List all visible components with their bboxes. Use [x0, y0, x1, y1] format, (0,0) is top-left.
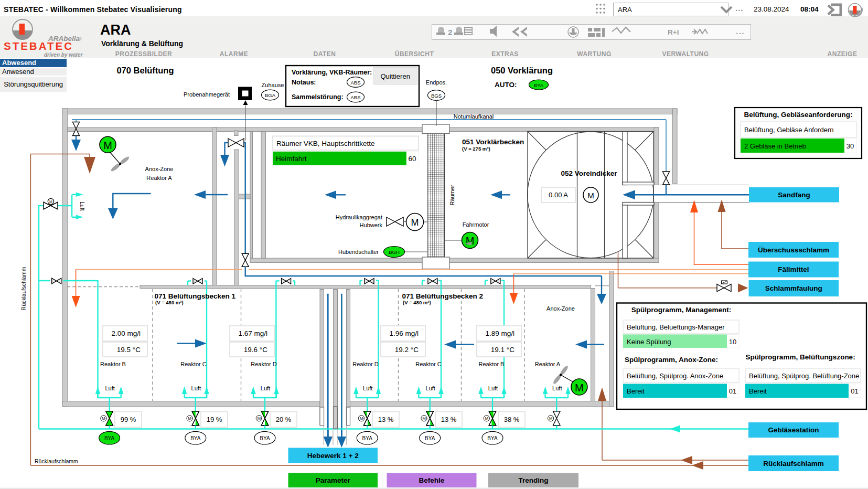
svg-text:Endpos.: Endpos. [426, 79, 447, 86]
svg-text:M: M [411, 217, 419, 228]
svg-text:1.89 mg/l: 1.89 mg/l [485, 329, 515, 337]
svg-text:Sandfang: Sandfang [778, 191, 810, 199]
svg-text:19.1 °C: 19.1 °C [491, 346, 515, 354]
svg-text:Rücklaufschlamm: Rücklaufschlamm [35, 458, 78, 464]
svg-text:Rücklaufschlamm: Rücklaufschlamm [763, 460, 824, 467]
svg-text:10: 10 [729, 338, 736, 346]
svg-text:Bereit: Bereit [627, 387, 645, 395]
svg-text:(V = 480 m²): (V = 480 m²) [403, 300, 431, 305]
svg-text:®: ® [79, 37, 82, 41]
svg-text:BYA: BYA [487, 435, 498, 441]
svg-text:Notumlaufkanal: Notumlaufkanal [454, 113, 494, 120]
svg-text:Luft: Luft [191, 385, 201, 391]
svg-text:Spülprogramm, Anox-Zone:: Spülprogramm, Anox-Zone: [625, 356, 718, 364]
svg-text:1.96 mg/l: 1.96 mg/l [389, 329, 419, 337]
svg-text:071 Belüftungsbecken 1: 071 Belüftungsbecken 1 [155, 292, 236, 300]
svg-text:Trending: Trending [519, 476, 549, 484]
svg-text:Heimfahrt: Heimfahrt [276, 155, 307, 163]
svg-text:M: M [188, 416, 191, 421]
svg-text:BYA: BYA [362, 435, 373, 441]
svg-text:Probenahmegerät: Probenahmegerät [184, 91, 230, 98]
svg-text:Luft: Luft [261, 385, 270, 391]
svg-text:Reaktor A: Reaktor A [146, 175, 172, 181]
svg-text:20 %: 20 % [276, 416, 292, 423]
svg-text:Reaktor B: Reaktor B [100, 361, 126, 367]
svg-text:BYA: BYA [104, 435, 115, 441]
svg-text:ABS: ABS [350, 80, 360, 86]
svg-text:Quittieren: Quittieren [381, 72, 410, 80]
svg-text:Überschussschlamm: Überschussschlamm [758, 246, 829, 254]
svg-text:BYA: BYA [190, 435, 201, 441]
svg-text:M: M [587, 191, 594, 200]
svg-text:Reaktor D: Reaktor D [352, 361, 379, 367]
svg-text:...: ... [736, 27, 745, 36]
svg-text:Luft: Luft [363, 385, 372, 391]
svg-text:Parameter: Parameter [316, 476, 351, 484]
svg-text:Keine Spülung: Keine Spülung [627, 338, 671, 346]
svg-text:2: 2 [448, 28, 452, 37]
svg-text:BYA: BYA [425, 435, 435, 441]
svg-text:M: M [103, 140, 112, 151]
svg-text:Hebewerk 1 + 2: Hebewerk 1 + 2 [307, 452, 359, 460]
svg-text:Reaktor B: Reaktor B [479, 361, 505, 367]
svg-text:R+I: R+I [668, 28, 679, 36]
svg-text:M: M [49, 200, 52, 204]
svg-text:Belüftung, Spülprog. Anox-Zone: Belüftung, Spülprog. Anox-Zone [627, 372, 723, 380]
svg-text:Räumer: Räumer [449, 185, 455, 205]
svg-text:2.00 mg/l: 2.00 mg/l [111, 329, 141, 337]
svg-text:38 %: 38 % [504, 416, 520, 423]
svg-text:Fällmittel: Fällmittel [778, 265, 809, 273]
svg-text:BGA: BGA [265, 92, 276, 98]
svg-text:(V = 275 m³): (V = 275 m³) [462, 146, 490, 152]
svg-text:(V = 480 m²): (V = 480 m²) [155, 300, 184, 305]
svg-text:Spülprogramm, Belüftungszone:: Spülprogramm, Belüftungszone: [745, 353, 855, 361]
svg-text:Hubendschalter: Hubendschalter [338, 249, 379, 255]
svg-text:AUTO:: AUTO: [495, 81, 517, 89]
svg-text:Reaktor D: Reaktor D [251, 361, 277, 367]
svg-text:13 %: 13 % [441, 416, 457, 423]
svg-text:Schlammfaulung: Schlammfaulung [765, 284, 822, 292]
svg-text:Zuhause: Zuhause [262, 82, 284, 88]
svg-text:Fahrmotor: Fahrmotor [463, 221, 489, 228]
svg-text:051 Vorklärbecken: 051 Vorklärbecken [462, 138, 524, 146]
svg-text:Befehle: Befehle [419, 476, 445, 484]
svg-text:19.5 °C: 19.5 °C [117, 346, 141, 354]
svg-text:Luft: Luft [79, 201, 85, 211]
svg-text:60: 60 [408, 155, 416, 163]
svg-text:Gebläsestation: Gebläsestation [768, 426, 819, 434]
svg-text:052 Voreindicker: 052 Voreindicker [561, 169, 617, 177]
svg-text:M: M [102, 416, 105, 421]
svg-text:BYA: BYA [534, 82, 544, 88]
svg-text:13 %: 13 % [378, 416, 394, 423]
svg-text:Reaktor C: Reaktor C [180, 361, 207, 367]
svg-text:BGS: BGS [431, 93, 442, 99]
svg-text:M: M [575, 382, 584, 394]
svg-text:ABS: ABS [350, 94, 360, 100]
svg-text:Anox-Zone: Anox-Zone [145, 166, 174, 172]
svg-text:Notaus:: Notaus: [292, 79, 316, 86]
svg-text:Reaktor C: Reaktor C [415, 361, 442, 367]
svg-text:01: 01 [851, 387, 858, 395]
svg-text:050 Vorklärung: 050 Vorklärung [491, 66, 553, 75]
svg-text:M: M [258, 416, 261, 421]
svg-text:071 Belüftungsbecken 2: 071 Belüftungsbecken 2 [402, 292, 484, 300]
svg-text:Spülprogramm, Management:: Spülprogramm, Management: [631, 306, 732, 314]
svg-text:19.6 °C: 19.6 °C [244, 346, 267, 354]
svg-text:Räumer VKB, Hauptschrittkette: Räumer VKB, Hauptschrittkette [276, 140, 375, 147]
svg-text:BGH: BGH [389, 249, 400, 255]
svg-text:99 %: 99 % [121, 416, 136, 423]
svg-text:Reaktor A: Reaktor A [535, 361, 561, 367]
svg-text:0.00 A: 0.00 A [549, 191, 568, 199]
svg-text:30: 30 [846, 142, 854, 150]
svg-text:Luft: Luft [488, 385, 498, 391]
svg-text:M: M [466, 235, 475, 247]
svg-text:Belüftung, Belueftungs-Manager: Belüftung, Belueftungs-Manager [627, 323, 725, 331]
svg-text:BYA: BYA [260, 435, 270, 441]
svg-text:2 Gebläse in Betrieb: 2 Gebläse in Betrieb [744, 142, 806, 150]
svg-text:Hydraulikaggregat: Hydraulikaggregat [336, 214, 382, 220]
svg-text:M: M [360, 416, 363, 421]
svg-text:Belüftung, Gebläse Anfordern: Belüftung, Gebläse Anfordern [744, 126, 834, 134]
svg-text:M: M [485, 416, 488, 421]
svg-text:01: 01 [729, 387, 736, 395]
svg-text:19.2 °C: 19.2 °C [395, 346, 419, 354]
